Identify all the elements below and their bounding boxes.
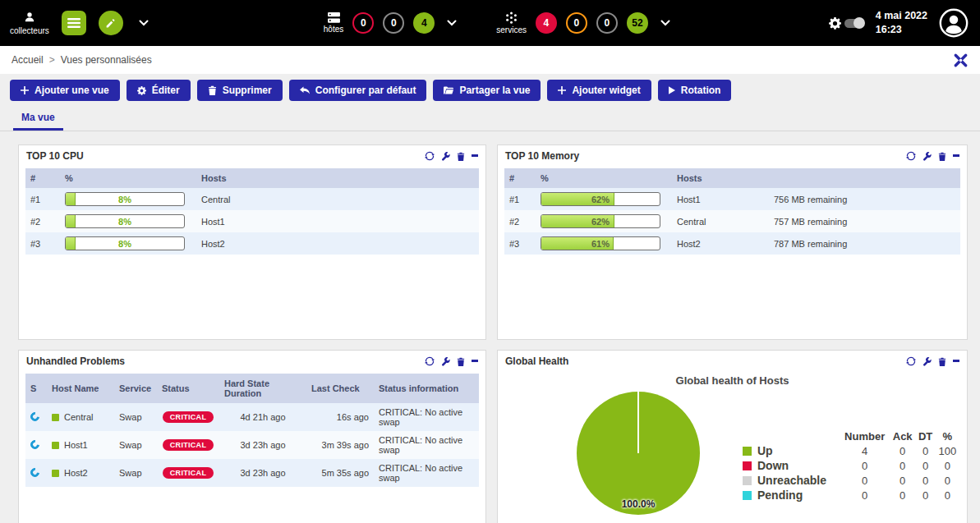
breadcrumb-current[interactable]: Vues personnalisées bbox=[61, 54, 152, 66]
minimize-icon[interactable] bbox=[953, 154, 959, 158]
pollers-chevron-down-icon[interactable] bbox=[136, 16, 152, 30]
button-label: Éditer bbox=[152, 85, 180, 96]
dashboard-grid: TOP 10 CPU # % Hosts #1 8% Central bbox=[0, 131, 980, 523]
wrench-icon[interactable] bbox=[922, 357, 932, 366]
page-tools-button[interactable] bbox=[953, 53, 968, 68]
service-cell[interactable]: Swap bbox=[114, 459, 157, 487]
services-menu[interactable]: services bbox=[496, 11, 527, 34]
column-header bbox=[769, 168, 960, 188]
crossed-tools-icon bbox=[953, 53, 968, 68]
status-info-cell: CRITICAL: No active swap bbox=[374, 403, 479, 431]
cpu-progress-bar: 8% bbox=[65, 214, 185, 228]
column-header: Hard State Duration bbox=[219, 374, 306, 403]
poller-config-button[interactable] bbox=[99, 11, 123, 35]
set-default-button[interactable]: Configurer par défaut bbox=[289, 80, 427, 101]
hosts-up-counter[interactable]: 4 bbox=[413, 12, 435, 34]
pollers-label: collecteurs bbox=[10, 26, 49, 35]
hosts-down-counter[interactable]: 0 bbox=[352, 12, 374, 34]
host-up-square-icon bbox=[52, 470, 59, 477]
clock-date: 4 mai 2022 bbox=[876, 9, 927, 23]
gear-icon bbox=[829, 17, 841, 30]
add-view-button[interactable]: Ajouter une vue bbox=[10, 80, 120, 101]
breadcrumb-separator: > bbox=[49, 54, 55, 66]
button-label: Rotation bbox=[681, 85, 721, 96]
hosts-unreachable-counter[interactable]: 0 bbox=[383, 12, 404, 34]
add-widget-button[interactable]: Ajouter widget bbox=[547, 80, 651, 101]
undo-arrow-icon bbox=[300, 86, 310, 94]
table-row: Central Swap CRITICAL 4d 21h ago 16s ago… bbox=[25, 403, 479, 431]
services-unknown-counter[interactable]: 0 bbox=[596, 12, 618, 34]
share-view-button[interactable]: Partager la vue bbox=[433, 80, 541, 101]
column-header: # bbox=[504, 168, 536, 188]
pollers-menu[interactable]: collecteurs bbox=[10, 11, 49, 35]
memory-progress-bar: 62% bbox=[541, 192, 660, 206]
last-check-cell: 5m 35s ago bbox=[306, 459, 374, 487]
theme-toggle[interactable] bbox=[829, 17, 864, 30]
service-cell[interactable]: Swap bbox=[114, 431, 157, 459]
rank-cell: #3 bbox=[504, 232, 536, 255]
refresh-icon[interactable] bbox=[425, 151, 435, 161]
services-chevron-down-icon[interactable] bbox=[657, 16, 674, 30]
wrench-icon[interactable] bbox=[922, 152, 932, 161]
refresh-icon[interactable] bbox=[906, 151, 916, 161]
clock: 4 mai 2022 16:23 bbox=[876, 9, 927, 37]
table-row: Host1 Swap CRITICAL 3d 23h ago 3m 39s ag… bbox=[25, 431, 479, 459]
hosts-chevron-down-icon[interactable] bbox=[444, 16, 460, 30]
minimize-icon[interactable] bbox=[953, 360, 959, 363]
status-badge: CRITICAL bbox=[163, 439, 214, 451]
host-cell: Central bbox=[672, 210, 769, 232]
breadcrumb-home[interactable]: Accueil bbox=[12, 54, 44, 66]
minimize-icon[interactable] bbox=[472, 360, 478, 363]
refresh-icon[interactable] bbox=[906, 356, 916, 366]
services-ok-counter[interactable]: 52 bbox=[627, 12, 648, 34]
column-header: Service bbox=[114, 374, 157, 403]
host-cell[interactable]: Host1 bbox=[47, 431, 114, 459]
widget-title: Global Health bbox=[505, 356, 568, 367]
user-avatar[interactable] bbox=[939, 8, 968, 38]
service-cell[interactable]: Swap bbox=[114, 403, 157, 431]
hosts-menu[interactable]: hôtes bbox=[324, 12, 343, 34]
trash-icon[interactable] bbox=[457, 357, 465, 366]
remaining-cell: 757 MB remaining bbox=[769, 210, 960, 232]
topbar: collecteurs hôtes 0 0 4 services 4 0 0 bbox=[0, 0, 980, 46]
host-cell: Host1 bbox=[672, 188, 769, 210]
trash-icon[interactable] bbox=[938, 152, 946, 161]
breadcrumb: Accueil > Vues personnalisées bbox=[12, 54, 152, 66]
wrench-icon[interactable] bbox=[441, 152, 450, 161]
column-header: Status bbox=[157, 374, 219, 403]
poller-list-icon[interactable] bbox=[62, 11, 86, 35]
cpu-progress-bar: 8% bbox=[65, 236, 185, 250]
services-critical-counter[interactable]: 4 bbox=[536, 12, 557, 34]
problems-table: S Host Name Service Status Hard State Du… bbox=[25, 374, 479, 487]
host-cell[interactable]: Host2 bbox=[47, 459, 114, 487]
legend-header: Number bbox=[840, 429, 890, 443]
services-warning-counter[interactable]: 0 bbox=[566, 12, 587, 34]
host-cell: Host2 bbox=[196, 232, 479, 255]
gear-icon bbox=[137, 86, 146, 95]
trash-icon[interactable] bbox=[457, 152, 465, 161]
legend-row: Down 0 0 0 0 bbox=[741, 458, 959, 473]
rotation-button[interactable]: Rotation bbox=[658, 80, 732, 101]
minimize-icon[interactable] bbox=[472, 154, 478, 158]
down-color-swatch bbox=[743, 461, 752, 470]
table-row: #2 8% Host1 bbox=[25, 210, 479, 232]
legend-row: Up 4 0 0 100 bbox=[741, 443, 959, 458]
table-row: Host2 Swap CRITICAL 3d 23h ago 5m 35s ag… bbox=[25, 459, 479, 487]
delete-view-button[interactable]: Supprimer bbox=[197, 80, 283, 101]
wrench-icon[interactable] bbox=[441, 357, 450, 366]
pie-legend: Number Ack DT % Up 4 0 0 100 Down 0 bbox=[741, 429, 959, 502]
column-header: Hosts bbox=[672, 168, 769, 188]
host-cell: Host1 bbox=[196, 210, 479, 232]
host-cell[interactable]: Central bbox=[47, 403, 114, 431]
column-header: Last Check bbox=[306, 374, 374, 403]
tab-ma-vue[interactable]: Ma vue bbox=[13, 107, 63, 131]
edit-view-button[interactable]: Éditer bbox=[127, 80, 191, 101]
button-label: Ajouter widget bbox=[572, 85, 640, 96]
refresh-icon[interactable] bbox=[425, 356, 435, 366]
chart-title: Global health of Hosts bbox=[498, 374, 967, 387]
rank-cell: #2 bbox=[504, 210, 536, 232]
trash-icon[interactable] bbox=[938, 357, 946, 366]
legend-row: Pending 0 0 0 0 bbox=[741, 488, 959, 502]
duration-cell: 3d 23h ago bbox=[219, 431, 306, 459]
view-toolbar: Ajouter une vue Éditer Supprimer Configu… bbox=[0, 74, 980, 105]
